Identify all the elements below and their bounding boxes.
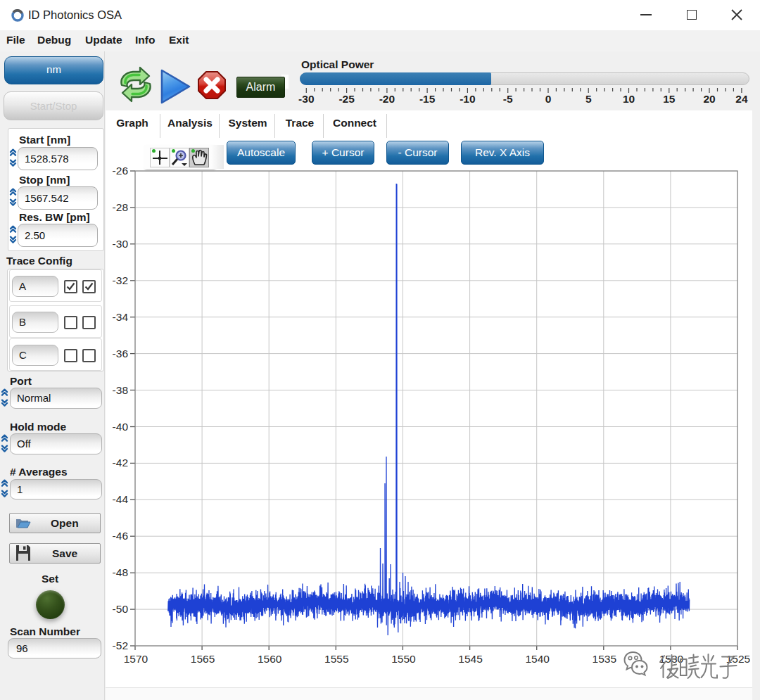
svg-text:1565: 1565: [191, 653, 215, 665]
svg-text:1540: 1540: [525, 653, 550, 665]
svg-text:-32: -32: [113, 274, 128, 286]
svg-text:-36: -36: [113, 348, 128, 359]
svg-text:-40: -40: [113, 421, 129, 433]
svg-text:10: 10: [623, 94, 635, 105]
svg-text:-20: -20: [379, 94, 395, 105]
svg-text:-26: -26: [113, 165, 128, 177]
svg-text:5: 5: [585, 94, 592, 105]
svg-text:-5: -5: [503, 94, 513, 105]
svg-text:24: 24: [735, 94, 748, 105]
svg-text:20: 20: [703, 94, 715, 105]
svg-text:-34: -34: [113, 311, 129, 323]
svg-text:-28: -28: [113, 201, 128, 213]
svg-text:0: 0: [545, 94, 552, 105]
svg-text:-46: -46: [113, 530, 128, 542]
svg-text:-44: -44: [113, 493, 129, 505]
svg-text:15: 15: [663, 94, 676, 105]
svg-text:1545: 1545: [458, 653, 482, 665]
svg-text:1560: 1560: [258, 653, 282, 665]
svg-text:-50: -50: [113, 603, 129, 615]
svg-text:-10: -10: [460, 94, 475, 105]
svg-text:-42: -42: [113, 457, 128, 469]
svg-text:-38: -38: [113, 384, 128, 396]
svg-text:-48: -48: [113, 566, 128, 578]
svg-text:-15: -15: [419, 94, 436, 105]
svg-text:-30: -30: [113, 238, 129, 250]
svg-text:-30: -30: [298, 94, 314, 105]
svg-text:-25: -25: [338, 94, 355, 105]
svg-text:-52: -52: [113, 639, 128, 651]
svg-text:1570: 1570: [124, 653, 148, 665]
svg-text:1550: 1550: [391, 653, 416, 665]
svg-text:1535: 1535: [593, 653, 616, 665]
svg-text:1555: 1555: [324, 653, 348, 665]
